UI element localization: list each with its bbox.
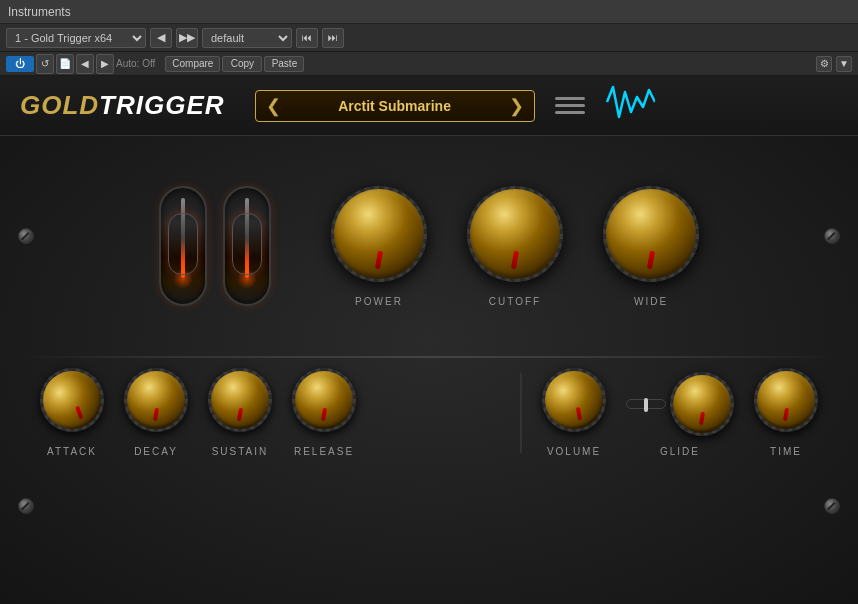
power-knob-group: POWER xyxy=(331,186,427,307)
volume-knob-label: VOLUME xyxy=(547,446,601,457)
release-knob-label: RELEASE xyxy=(294,446,354,457)
release-knob[interactable] xyxy=(292,368,356,432)
hamburger-line-3 xyxy=(555,111,585,114)
title-bar: Instruments xyxy=(0,0,858,24)
bottom-right-knobs: VOLUME GLIDE xyxy=(542,368,818,457)
cutoff-knob-group: CUTOFF xyxy=(467,186,563,307)
power-button[interactable]: ⏻ xyxy=(6,56,34,72)
sustain-knob[interactable] xyxy=(208,368,272,432)
glide-control xyxy=(626,372,734,436)
power-knob[interactable] xyxy=(331,186,427,282)
screw-bottom-left xyxy=(18,498,34,514)
attack-knob-label: ATTACK xyxy=(47,446,97,457)
preset-name-display: Arctit Submarine xyxy=(291,98,499,114)
brand-gold-text: GOLD xyxy=(20,90,99,121)
power-knob-label: POWER xyxy=(355,296,403,307)
bottom-section: ATTACK DECAY SUSTAIN xyxy=(0,358,858,477)
transport-next[interactable]: ⏭ xyxy=(322,28,344,48)
wide-knob[interactable] xyxy=(603,186,699,282)
toolbar-row2: ⏻ ↺ 📄 ◀ ▶ Auto: Off Compare Copy Paste ⚙… xyxy=(0,52,858,76)
preset-prev-arrow[interactable]: ❮ xyxy=(256,97,291,115)
wide-knob-group: WIDE xyxy=(603,186,699,307)
compare-button[interactable]: Compare xyxy=(165,56,220,72)
release-knob-inner xyxy=(295,371,353,429)
bottom-left-knobs: ATTACK DECAY SUSTAIN xyxy=(40,368,500,457)
default-select[interactable]: default xyxy=(202,28,292,48)
cutoff-knob-label: CUTOFF xyxy=(489,296,541,307)
volume-knob-group: VOLUME xyxy=(542,368,606,457)
time-knob-label: TIME xyxy=(770,446,802,457)
glide-thumb xyxy=(644,398,648,412)
time-knob-inner xyxy=(757,371,815,429)
glide-knob-inner xyxy=(673,375,731,433)
title-text: Instruments xyxy=(8,5,71,19)
hamburger-line-1 xyxy=(555,97,585,100)
preset-select[interactable]: 1 - Gold Trigger x64 xyxy=(6,28,146,48)
tubes-container xyxy=(159,186,271,306)
screw-bottom-right xyxy=(824,498,840,514)
plugin-body: GOLD TRIGGER ❮ Arctit Submarine ❯ xyxy=(0,76,858,604)
screw-top-right xyxy=(824,228,840,244)
paste-button[interactable]: Paste xyxy=(264,56,304,72)
decay-knob-group: DECAY xyxy=(124,368,188,457)
glide-track[interactable] xyxy=(626,399,666,409)
back-button[interactable]: ◀ xyxy=(150,28,172,48)
sustain-knob-label: SUSTAIN xyxy=(212,446,269,457)
loop-button[interactable]: ↺ xyxy=(36,54,54,74)
brand-logo: GOLD TRIGGER xyxy=(20,90,225,121)
sustain-knob-inner xyxy=(211,371,269,429)
plugin-header: GOLD TRIGGER ❮ Arctit Submarine ❯ xyxy=(0,76,858,136)
sustain-knob-group: SUSTAIN xyxy=(208,368,272,457)
transport-prev[interactable]: ⏮ xyxy=(296,28,318,48)
time-knob[interactable] xyxy=(754,368,818,432)
hamburger-menu[interactable] xyxy=(555,97,585,114)
vacuum-tube-1 xyxy=(159,186,207,306)
read-button[interactable]: 📄 xyxy=(56,54,74,74)
decay-knob-inner xyxy=(127,371,185,429)
glide-knob-label: GLIDE xyxy=(660,446,700,457)
settings-icon-btn[interactable]: ⚙ xyxy=(816,56,832,72)
vacuum-tube-2 xyxy=(223,186,271,306)
arrow-right-btn[interactable]: ▶ xyxy=(96,54,114,74)
auto-off-label: Auto: Off xyxy=(116,58,155,69)
volume-knob-inner xyxy=(537,363,611,437)
dropdown-icon-btn[interactable]: ▼ xyxy=(836,56,852,72)
forward-button[interactable]: ▶▶ xyxy=(176,28,198,48)
decay-knob-label: DECAY xyxy=(134,446,178,457)
decay-knob[interactable] xyxy=(124,368,188,432)
time-knob-group: TIME xyxy=(754,368,818,457)
cutoff-knob[interactable] xyxy=(467,186,563,282)
main-controls: POWER CUTOFF WIDE xyxy=(0,136,858,356)
preset-navigator: ❮ Arctit Submarine ❯ xyxy=(255,90,535,122)
volume-knob[interactable] xyxy=(542,368,606,432)
toolbar-row1: 1 - Gold Trigger x64 ◀ ▶▶ default ⏮ ⏭ xyxy=(0,24,858,52)
copy-button[interactable]: Copy xyxy=(222,56,262,72)
bottom-section-divider xyxy=(520,373,522,453)
release-knob-group: RELEASE xyxy=(292,368,356,457)
attack-knob-group: ATTACK xyxy=(40,368,104,457)
glide-knob[interactable] xyxy=(670,372,734,436)
attack-knob[interactable] xyxy=(40,368,104,432)
wide-knob-inner xyxy=(606,189,696,279)
tube-glow-2 xyxy=(237,269,257,289)
cutoff-knob-inner xyxy=(470,189,560,279)
glide-knob-group: GLIDE xyxy=(626,372,734,457)
screw-top-left xyxy=(18,228,34,244)
power-knob-inner xyxy=(334,189,424,279)
brand-trigger-text: TRIGGER xyxy=(99,90,224,121)
waveform-icon xyxy=(605,82,655,129)
hamburger-line-2 xyxy=(555,104,585,107)
arrow-left-btn[interactable]: ◀ xyxy=(76,54,94,74)
preset-next-arrow[interactable]: ❯ xyxy=(499,97,534,115)
attack-knob-inner xyxy=(32,360,111,439)
tube-glow-1 xyxy=(173,269,193,289)
wide-knob-label: WIDE xyxy=(634,296,668,307)
